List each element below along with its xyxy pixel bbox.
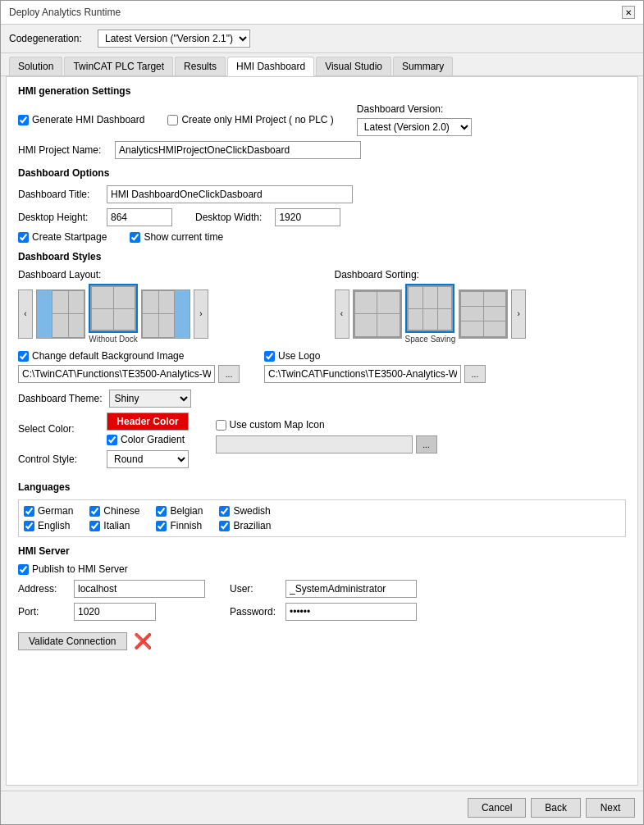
dashboard-options-title: Dashboard Options bbox=[18, 167, 626, 179]
sorting-next-btn[interactable]: › bbox=[511, 289, 526, 339]
lang-col-1: German English bbox=[24, 505, 73, 531]
color-gradient-checkbox[interactable] bbox=[107, 435, 117, 445]
sorting-thumb-2-wrapper[interactable]: Space Saving bbox=[405, 284, 456, 344]
lang-brazilian-checkbox[interactable] bbox=[219, 521, 230, 531]
layout-thumb-3[interactable] bbox=[141, 289, 190, 339]
back-button[interactable]: Back bbox=[531, 798, 581, 818]
layout-thumb-1[interactable] bbox=[36, 289, 85, 339]
logo-browse-btn[interactable]: ... bbox=[464, 365, 486, 383]
tab-visual-studio[interactable]: Visual Studio bbox=[316, 57, 391, 75]
color-controls: Header Color Color Gradient bbox=[107, 412, 189, 445]
user-label: User: bbox=[230, 583, 279, 595]
map-browse-btn[interactable]: ... bbox=[416, 435, 437, 454]
password-input[interactable] bbox=[285, 603, 417, 621]
next-button[interactable]: Next bbox=[586, 798, 635, 818]
cancel-button[interactable]: Cancel bbox=[468, 798, 526, 818]
sorting-thumb-3[interactable] bbox=[459, 289, 508, 339]
desktop-height-input[interactable] bbox=[107, 208, 172, 226]
map-browse-row: ... bbox=[216, 435, 437, 454]
lang-german-checkbox[interactable] bbox=[24, 506, 34, 517]
lang-finnish-label: Finnish bbox=[170, 520, 202, 531]
show-time-checkbox[interactable] bbox=[130, 232, 140, 243]
style-section: Dashboard Layout: ‹ bbox=[18, 269, 626, 344]
codegen-label: Codegeneration: bbox=[9, 33, 91, 44]
layout-prev-btn[interactable]: ‹ bbox=[18, 289, 33, 339]
tab-results[interactable]: Results bbox=[175, 57, 226, 75]
use-logo-checkbox[interactable] bbox=[264, 351, 275, 362]
theme-label: Dashboard Theme: bbox=[18, 393, 103, 404]
sorting-active-label: Space Saving bbox=[405, 335, 456, 344]
sorting-col: Dashboard Sorting: ‹ bbox=[335, 269, 627, 344]
logo-path-input[interactable] bbox=[264, 365, 461, 383]
sorting-carousel: ‹ bbox=[335, 284, 627, 344]
port-row: Port: bbox=[18, 603, 205, 621]
bg-browse-btn[interactable]: ... bbox=[218, 365, 240, 383]
lang-italian-row: Italian bbox=[89, 520, 139, 531]
dashboard-title-label: Dashboard Title: bbox=[18, 189, 100, 200]
address-input[interactable] bbox=[74, 580, 205, 598]
dashboard-version-select[interactable]: Latest (Version 2.0) bbox=[357, 118, 472, 136]
create-startpage-checkbox[interactable] bbox=[18, 232, 29, 243]
lang-chinese-checkbox[interactable] bbox=[89, 506, 100, 517]
change-bg-checkbox[interactable] bbox=[18, 351, 29, 362]
password-row: Password: bbox=[230, 603, 417, 621]
tab-twincat[interactable]: TwinCAT PLC Target bbox=[64, 57, 173, 75]
theme-row: Dashboard Theme: Shiny bbox=[18, 390, 191, 408]
lang-swedish-checkbox[interactable] bbox=[219, 506, 230, 517]
generate-hmi-checkbox[interactable] bbox=[18, 115, 29, 125]
validate-btn[interactable]: Validate Connection bbox=[18, 632, 127, 650]
sorting-thumb-1[interactable] bbox=[353, 289, 402, 339]
control-style-select[interactable]: Round bbox=[107, 450, 189, 468]
lang-brazilian-label: Brazilian bbox=[233, 520, 271, 531]
header-color-btn[interactable]: Header Color bbox=[107, 412, 189, 431]
tab-summary[interactable]: Summary bbox=[393, 57, 453, 75]
theme-select[interactable]: Shiny bbox=[109, 390, 191, 408]
hmi-project-name-input[interactable] bbox=[115, 141, 361, 159]
sorting-prev-btn[interactable]: ‹ bbox=[335, 289, 349, 339]
layout-next-btn[interactable]: › bbox=[194, 289, 208, 339]
publish-checkbox[interactable] bbox=[18, 564, 29, 575]
codegen-select[interactable]: Latest Version ("Version 2.1") bbox=[98, 30, 250, 48]
layout-col: Dashboard Layout: ‹ bbox=[18, 269, 310, 344]
hmi-generation-row1: Generate HMI Dashboard Create only HMI P… bbox=[18, 103, 626, 136]
change-bg-label: Change default Background Image bbox=[32, 350, 184, 362]
dashboard-version-box: Dashboard Version: Latest (Version 2.0) bbox=[357, 103, 472, 136]
lang-italian-checkbox[interactable] bbox=[89, 521, 100, 531]
tab-hmi-dashboard[interactable]: HMI Dashboard bbox=[227, 57, 314, 76]
close-button[interactable]: ✕ bbox=[622, 6, 635, 19]
port-label: Port: bbox=[18, 606, 67, 618]
layout-thumb-2-wrapper[interactable]: Without Dock bbox=[89, 284, 138, 344]
lang-col-2: Chinese Italian bbox=[89, 505, 139, 531]
create-only-checkbox[interactable] bbox=[167, 115, 178, 125]
lang-belgian-row: Belgian bbox=[156, 505, 203, 517]
lang-english-checkbox[interactable] bbox=[24, 521, 34, 531]
bg-logo-row: Change default Background Image ... Use … bbox=[18, 350, 626, 383]
bg-path-input[interactable] bbox=[18, 365, 215, 383]
use-custom-map-checkbox[interactable] bbox=[216, 420, 226, 431]
lang-finnish-row: Finnish bbox=[156, 520, 203, 531]
hmi-generation-title: HMI generation Settings bbox=[18, 85, 626, 97]
lang-col-4: Swedish Brazilian bbox=[219, 505, 271, 531]
port-input[interactable] bbox=[74, 603, 156, 621]
desktop-width-input[interactable] bbox=[275, 208, 340, 226]
languages-title: Languages bbox=[18, 481, 626, 493]
map-path-input[interactable] bbox=[216, 435, 413, 454]
hmi-project-name-label: HMI Project Name: bbox=[18, 144, 108, 156]
dashboard-title-input[interactable] bbox=[107, 185, 353, 203]
lang-brazilian-row: Brazilian bbox=[219, 520, 271, 531]
lang-finnish-checkbox[interactable] bbox=[156, 521, 167, 531]
map-col: Use custom Map Icon ... bbox=[216, 419, 437, 454]
theme-color-row: Dashboard Theme: Shiny Select Color: Hea… bbox=[18, 390, 626, 473]
publish-checkbox-row: Publish to HMI Server bbox=[18, 563, 626, 575]
use-custom-map-label: Use custom Map Icon bbox=[230, 419, 325, 431]
server-fields: Address: Port: User: Password: bbox=[18, 580, 626, 626]
address-label: Address: bbox=[18, 583, 67, 595]
logo-section: Use Logo ... bbox=[264, 350, 486, 383]
content-area: HMI generation Settings Generate HMI Das… bbox=[6, 76, 638, 786]
desktop-size-row: Desktop Height: Desktop Width: bbox=[18, 208, 626, 226]
create-startpage-label: Create Startpage bbox=[32, 231, 107, 243]
create-startpage-checkbox-row: Create Startpage bbox=[18, 231, 107, 243]
tab-solution[interactable]: Solution bbox=[9, 57, 62, 75]
user-input[interactable] bbox=[285, 580, 417, 598]
lang-belgian-checkbox[interactable] bbox=[156, 506, 167, 517]
